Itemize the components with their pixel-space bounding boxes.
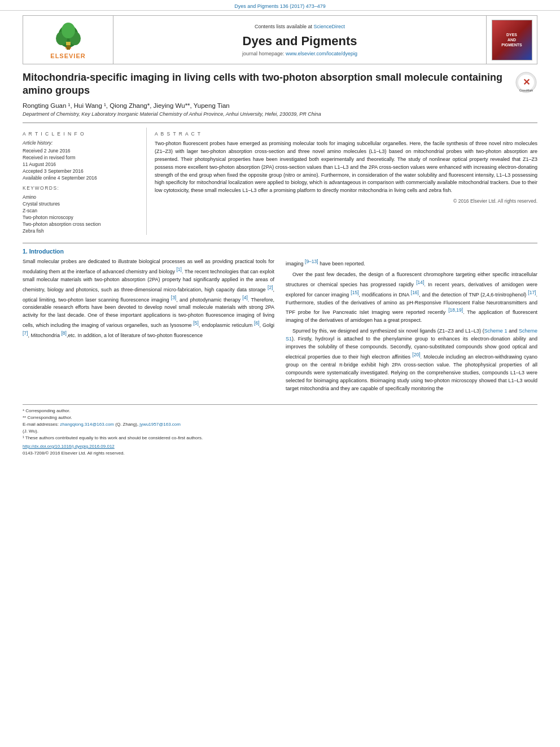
footer-issn: 0143-7208/© 2016 Elsevier Ltd. All right… — [23, 451, 537, 456]
email-wu[interactable]: jywu1957@163.com — [139, 422, 181, 427]
elsevier-tree-icon — [46, 20, 91, 51]
history-revised-date: 11 August 2016 — [23, 161, 141, 167]
svg-point-4 — [62, 23, 75, 38]
history-available-online: Available online 4 September 2016 — [23, 175, 141, 181]
journal-header-center: Contents lists available at ScienceDirec… — [113, 16, 486, 64]
footer: * Corresponding author. ** Corresponding… — [23, 404, 537, 456]
history-accepted: Accepted 3 September 2016 — [23, 168, 141, 174]
footer-note3: E-mail addresses: zhangqiong.314@163.com… — [23, 422, 537, 427]
keyword-two-photon-microscopy: Two-photon microscopy — [23, 215, 141, 220]
elsevier-logo-section: ELSEVIER — [23, 16, 113, 64]
article-history-label: Article history: — [23, 140, 141, 146]
ref-9-13[interactable]: [9–13] — [305, 259, 318, 264]
svg-rect-6 — [66, 42, 71, 45]
ref-7[interactable]: [7] — [23, 330, 28, 336]
sciencedirect-link[interactable]: ScienceDirect — [314, 24, 345, 29]
article-title: Mitochondria-specific imaging in living … — [23, 71, 509, 98]
article-info-column: A R T I C L E I N F O Article history: R… — [23, 128, 147, 235]
keyword-zscan: Z-scan — [23, 208, 141, 213]
journal-thumb-text: DYESANDPIGMENTS — [501, 32, 522, 47]
introduction-section: 1. Introduction Small molecular probes a… — [23, 243, 537, 393]
journal-cover-image: DYESANDPIGMENTS — [492, 20, 532, 60]
ref-4[interactable]: [4] — [242, 295, 247, 300]
intro-right-col: imaging [9–13] have been reported. Over … — [286, 258, 537, 393]
keyword-amino: Amino — [23, 194, 141, 200]
footer-note2: ** Corresponding author. — [23, 415, 537, 420]
keywords-section: Keywords: Amino Crystal structures Z-sca… — [23, 185, 141, 234]
keywords-label: Keywords: — [23, 185, 141, 191]
ref-17[interactable]: [17] — [528, 290, 536, 295]
introduction-columns: Small molecular probes are dedicated to … — [23, 258, 537, 393]
ref-2[interactable]: [2] — [268, 285, 273, 290]
intro-heading: 1. Introduction — [23, 248, 537, 255]
authors: Rongting Guan ¹, Hui Wang ¹, Qiong Zhang… — [23, 102, 537, 109]
ref-16[interactable]: [16] — [411, 290, 419, 295]
ref-15[interactable]: [15] — [351, 290, 358, 295]
ref-18-19[interactable]: [18,19] — [448, 307, 463, 313]
ref-20[interactable]: [20] — [412, 352, 420, 357]
journal-header: ELSEVIER Contents lists available at Sci… — [23, 15, 537, 64]
history-received: Received 2 June 2016 — [23, 148, 141, 154]
ref-8[interactable]: [8] — [61, 330, 66, 336]
svg-rect-5 — [67, 45, 70, 50]
abstract-column: A B S T R A C T Two-photon fluorescent p… — [155, 128, 537, 235]
ref-14[interactable]: [14] — [416, 279, 424, 285]
top-bar: Dyes and Pigments 136 (2017) 473–479 — [0, 0, 560, 11]
svg-text:CrossMark: CrossMark — [519, 89, 533, 92]
keyword-zebra-fish: Zebra fish — [23, 228, 141, 234]
scheme1-link[interactable]: Scheme 1 — [484, 328, 508, 334]
ref-5[interactable]: [5] — [193, 320, 198, 326]
doi-link[interactable]: http://dx.doi.org/10.1016/j.dyepig.2016.… — [23, 444, 115, 449]
footer-doi: http://dx.doi.org/10.1016/j.dyepig.2016.… — [23, 444, 537, 449]
intro-right-para3: Spurred by this, we designed and synthes… — [286, 327, 537, 393]
intro-left-text: Small molecular probes are dedicated to … — [23, 258, 274, 340]
author-affiliation: Department of Chemistry, Key Laboratory … — [23, 111, 537, 117]
email-zhang[interactable]: zhangqiong.314@163.com — [60, 422, 114, 427]
intro-right-para1: imaging [9–13] have been reported. — [286, 258, 537, 268]
ref-6[interactable]: [6] — [254, 320, 259, 326]
journal-name: Dyes and Pigments — [243, 34, 357, 49]
elsevier-label: ELSEVIER — [50, 53, 85, 59]
journal-ref: Dyes and Pigments 136 (2017) 473–479 — [234, 3, 326, 9]
svg-text:✕: ✕ — [523, 77, 530, 87]
article-info-abstract: A R T I C L E I N F O Article history: R… — [23, 123, 537, 235]
intro-left-col: Small molecular probes are dedicated to … — [23, 258, 274, 393]
crossmark-icon[interactable]: ✕ CrossMark — [515, 71, 537, 94]
intro-right-para2: Over the past few decades, the design of… — [286, 271, 537, 325]
elsevier-logo: ELSEVIER — [46, 20, 91, 59]
article-content: Mitochondria-specific imaging in living … — [23, 71, 537, 456]
history-received-revised: Received in revised form — [23, 155, 141, 160]
abstract-text: Two-photon fluorescent probes have emerg… — [155, 140, 537, 195]
ref-1[interactable]: [1] — [176, 267, 181, 272]
footer-note1: * Corresponding author. — [23, 408, 537, 413]
keyword-two-photon-absorption: Two-photon absorption cross section — [23, 221, 141, 227]
homepage-line: journal homepage: www.elsevier.com/locat… — [242, 51, 357, 56]
footer-note-jwu: (J. Wu). — [23, 429, 537, 434]
article-info-label: A R T I C L E I N F O — [23, 131, 141, 137]
title-row: Mitochondria-specific imaging in living … — [23, 71, 537, 102]
copyright-line: © 2016 Elsevier Ltd. All rights reserved… — [155, 198, 537, 204]
keyword-crystal: Crystal structures — [23, 201, 141, 207]
ref-3[interactable]: [3] — [171, 295, 176, 300]
journal-thumbnail: DYESANDPIGMENTS — [486, 16, 537, 64]
abstract-label: A B S T R A C T — [155, 131, 537, 137]
contents-line: Contents lists available at ScienceDirec… — [255, 24, 345, 29]
homepage-link[interactable]: www.elsevier.com/locate/dyepig — [286, 51, 357, 56]
footer-note4: ¹ These authors contributed equally to t… — [23, 435, 537, 440]
